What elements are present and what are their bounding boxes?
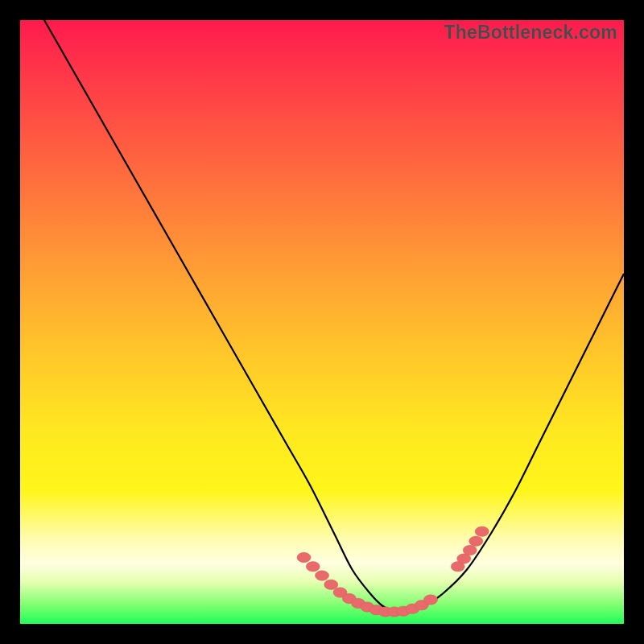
chart-plot-area: TheBottleneck.com [20,20,624,624]
curve-marker [297,552,311,562]
curve-marker [463,545,477,555]
bottleneck-curve [44,20,624,613]
chart-svg [20,20,624,624]
curve-marker [306,562,320,572]
marker-group [297,526,489,617]
curve-marker [324,580,338,589]
curve-marker [475,526,489,536]
curve-marker [469,536,483,546]
curve-marker [424,595,438,605]
curve-marker [316,571,329,580]
